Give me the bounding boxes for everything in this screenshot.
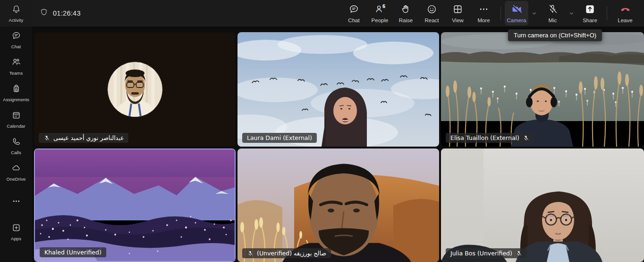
mic-muted-icon: [516, 250, 522, 257]
ellipsis-icon: [478, 4, 489, 17]
participant-name: Laura Dami (External): [247, 134, 312, 141]
mic-options-chevron[interactable]: [566, 1, 577, 26]
sidebar-label: Calls: [11, 150, 21, 155]
sidebar-item-onedrive[interactable]: OneDrive: [0, 159, 32, 185]
sidebar-label: Calendar: [7, 123, 25, 129]
sidebar-item-calendar[interactable]: Calendar: [0, 106, 32, 132]
mic-muted-icon: [43, 135, 50, 141]
cloud-icon: [11, 163, 21, 175]
mic-button-label: Mic: [549, 17, 557, 23]
more-button[interactable]: More: [471, 1, 497, 26]
meeting-timer: 01:26:43: [53, 9, 81, 17]
mic-off-icon: [547, 4, 558, 17]
participant-name-pill: Khaled (Unverified): [40, 247, 106, 257]
sidebar-item-chat[interactable]: Chat: [0, 26, 32, 53]
sidebar-label: Chat: [11, 44, 21, 49]
meeting-info: 01:26:43: [40, 8, 81, 18]
camera-off-icon: [511, 4, 522, 17]
sidebar-label: Apps: [11, 236, 21, 241]
participant-tile-laura[interactable]: Laura Dami (External): [237, 32, 439, 147]
ellipsis-icon: [11, 196, 21, 208]
sidebar-more-apps-button[interactable]: [0, 192, 32, 212]
virtual-background-purple-mountains: [35, 149, 235, 261]
toolbar-separator: [607, 6, 607, 20]
participant-name: Julia Bos (Unverified): [450, 250, 512, 257]
sidebar-item-activity[interactable]: Activity: [0, 0, 32, 26]
share-button[interactable]: Share: [577, 1, 603, 26]
share-button-label: Share: [583, 17, 597, 23]
apps-plus-icon: [11, 223, 21, 235]
people-count-badge: 6: [382, 3, 385, 9]
bell-icon: [11, 4, 21, 16]
more-button-label: More: [477, 17, 490, 23]
toolbar-separator: [500, 6, 501, 20]
phone-icon: [11, 137, 21, 148]
camera-toggle-button[interactable]: Camera: [505, 1, 528, 26]
view-button[interactable]: View: [445, 1, 471, 26]
meeting-controls: Chat 6 People Raise React View More: [341, 0, 644, 26]
app-sidebar: Activity Chat Teams Assignments Calendar…: [0, 0, 32, 262]
participant-name-pill: Julia Bos (Unverified): [446, 248, 527, 258]
view-button-label: View: [452, 17, 464, 23]
hangup-phone-icon: [620, 4, 631, 17]
virtual-background-sky-birds: [237, 32, 439, 147]
participant-tile-elisa[interactable]: Elisa Tuaillon (External): [441, 32, 644, 147]
participant-name-pill: Laura Dami (External): [242, 133, 317, 143]
raised-hand-icon: [400, 4, 411, 17]
camera-button-label: Camera: [507, 17, 526, 23]
sidebar-label: OneDrive: [7, 176, 26, 182]
sidebar-item-assignments[interactable]: Assignments: [0, 79, 32, 106]
camera-tooltip: Turn camera on (Ctrl+Shift+O): [508, 29, 602, 41]
video-background-flamingo-lake: [441, 32, 644, 147]
participant-name: عبدالناصر نوري أحميد عيسى: [53, 134, 124, 141]
chat-button[interactable]: Chat: [341, 1, 367, 26]
teams-meeting-window: Activity Chat Teams Assignments Calendar…: [0, 0, 644, 262]
participant-name-pill: Elisa Tuaillon (External): [446, 133, 534, 143]
participant-tile-saleh[interactable]: صالح بورزيقه (Unverified): [237, 148, 439, 262]
raise-button-label: Raise: [399, 17, 413, 23]
participant-name-pill: عبدالناصر نوري أحميد عيسى: [39, 133, 128, 143]
sidebar-item-apps[interactable]: Apps: [0, 218, 32, 245]
video-background-desert: [237, 148, 439, 262]
participant-name: Khaled (Unverified): [44, 249, 102, 256]
chevron-down-icon: [531, 10, 537, 17]
chat-button-label: Chat: [348, 17, 359, 23]
chat-icon: [11, 31, 21, 43]
sidebar-label: Teams: [9, 70, 23, 76]
sidebar-item-calls[interactable]: Calls: [0, 132, 32, 159]
meeting-toolbar: 01:26:43 Chat 6 People Raise React: [32, 0, 644, 26]
people-button[interactable]: 6 People: [367, 1, 393, 26]
sidebar-label: Activity: [9, 17, 24, 23]
backpack-icon: [11, 84, 21, 96]
mic-muted-icon: [523, 135, 529, 141]
participant-tile-abdelnaser[interactable]: عبدالناصر نوري أحميد عيسى: [34, 32, 236, 147]
people-button-label: People: [372, 17, 389, 23]
teams-icon: [11, 57, 21, 69]
camera-options-chevron[interactable]: [528, 1, 540, 26]
participant-tile-julia[interactable]: Julia Bos (Unverified): [441, 148, 644, 262]
smiley-icon: [426, 4, 437, 17]
avatar: [108, 62, 162, 117]
leave-button[interactable]: Leave: [611, 1, 639, 26]
chat-bubble-icon: [348, 4, 359, 17]
participant-name-pill: صالح بورزيقه (Unverified): [242, 248, 331, 258]
participant-tile-khaled[interactable]: Khaled (Unverified): [34, 148, 236, 262]
grid-view-icon: [452, 4, 463, 17]
sidebar-item-teams[interactable]: Teams: [0, 53, 32, 79]
sidebar-label: Assignments: [3, 97, 29, 102]
participant-name: صالح بورزيقه (Unverified): [257, 250, 326, 257]
share-screen-icon: [585, 4, 595, 17]
leave-button-label: Leave: [618, 17, 632, 23]
chevron-down-icon: [568, 10, 575, 17]
participant-name: Elisa Tuaillon (External): [450, 134, 519, 141]
shield-icon: [40, 8, 48, 18]
video-background-grey-wall: [441, 148, 644, 262]
raise-hand-button[interactable]: Raise: [393, 1, 419, 26]
mic-toggle-button[interactable]: Mic: [540, 1, 566, 26]
mic-muted-icon: [247, 250, 254, 257]
react-button-label: React: [424, 17, 439, 23]
react-button[interactable]: React: [419, 1, 445, 26]
calendar-icon: [11, 110, 21, 122]
video-grid: عبدالناصر نوري أحميد عيسى: [32, 26, 644, 262]
